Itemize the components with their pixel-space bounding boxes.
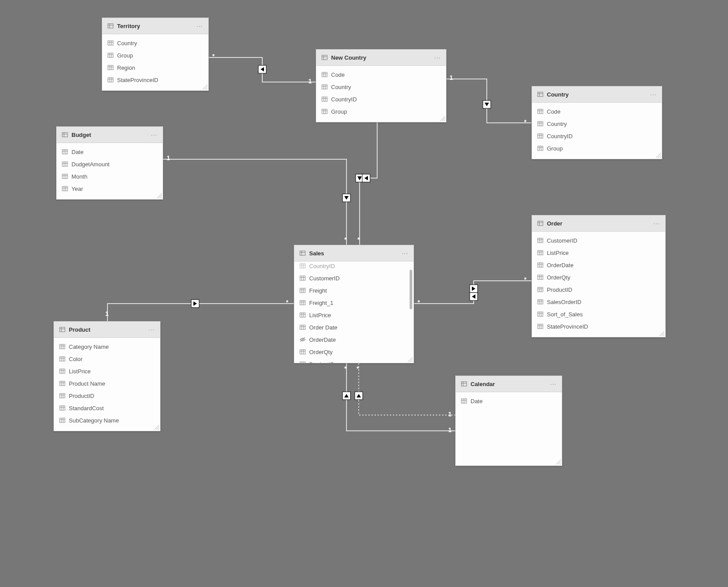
field-row[interactable]: Group: [102, 49, 208, 61]
field-row[interactable]: Date: [456, 395, 562, 407]
column-icon: [537, 237, 543, 243]
table-header[interactable]: Country ···: [532, 86, 662, 103]
field-row[interactable]: Group: [316, 105, 446, 118]
table-header[interactable]: New Country ···: [316, 50, 446, 66]
scrollbar[interactable]: [410, 270, 412, 309]
table-order[interactable]: Order ··· CustomerIDListPriceOrderDateOr…: [532, 215, 666, 337]
svg-rect-192: [461, 399, 467, 403]
field-row[interactable]: DudgetAmount: [57, 158, 163, 170]
field-row[interactable]: Code: [316, 68, 446, 81]
field-row[interactable]: OrderDate: [532, 259, 665, 271]
field-row[interactable]: Order Date: [294, 321, 414, 333]
table-header[interactable]: Budget ···: [57, 127, 163, 143]
hidden-icon: [300, 336, 306, 343]
more-icon[interactable]: ···: [401, 250, 409, 257]
field-row[interactable]: Product Name: [54, 377, 160, 390]
field-row[interactable]: CustomerID: [532, 234, 665, 247]
resize-grip-icon[interactable]: [555, 458, 561, 465]
table-header[interactable]: Order ···: [532, 215, 665, 232]
cardinality-many: *: [418, 299, 420, 306]
field-row[interactable]: ProductID: [54, 390, 160, 402]
table-calendar[interactable]: Calendar ··· Date: [455, 376, 562, 466]
field-row[interactable]: OrderQty: [532, 271, 665, 283]
field-row[interactable]: Country: [102, 37, 208, 49]
field-row[interactable]: CustomerID: [294, 272, 414, 284]
more-icon[interactable]: ···: [150, 131, 158, 138]
field-row[interactable]: StandardCost: [54, 402, 160, 414]
field-row[interactable]: Freight: [294, 284, 414, 297]
field-row[interactable]: ListPrice: [54, 365, 160, 377]
more-icon[interactable]: ···: [653, 220, 661, 227]
model-canvas[interactable]: * 1 1 * 1 * 1 * 1 * * * * * 1 1 Territor…: [0, 0, 728, 587]
svg-rect-70: [538, 109, 543, 114]
svg-rect-177: [60, 394, 65, 398]
resize-grip-icon[interactable]: [156, 192, 162, 198]
more-icon[interactable]: ···: [649, 91, 657, 98]
table-icon: [59, 326, 65, 333]
svg-rect-93: [300, 276, 305, 280]
more-icon[interactable]: ···: [549, 380, 557, 387]
table-title: Order: [547, 220, 653, 227]
table-header[interactable]: Product ···: [54, 322, 160, 338]
field-row[interactable]: Month: [57, 170, 163, 183]
svg-rect-32: [62, 150, 68, 154]
table-budget[interactable]: Budget ··· DateDudgetAmountMonthYear: [56, 126, 163, 200]
field-row[interactable]: StateProvinceID: [532, 320, 665, 333]
table-territory[interactable]: Territory ··· CountryGroupRegionStatePro…: [102, 18, 209, 91]
field-row[interactable]: Year: [57, 183, 163, 195]
column-icon: [300, 287, 306, 294]
svg-rect-44: [62, 186, 68, 191]
svg-rect-51: [322, 72, 327, 77]
field-label: OrderQty: [547, 274, 570, 281]
field-label: Product Name: [69, 380, 105, 387]
field-row[interactable]: OrderQty: [294, 346, 414, 358]
table-header[interactable]: Territory ···: [102, 18, 208, 34]
more-icon[interactable]: ···: [196, 22, 204, 29]
field-row[interactable]: ListPrice: [294, 309, 414, 321]
field-label: StateProvinceID: [547, 323, 588, 330]
table-header[interactable]: Calendar ···: [456, 376, 562, 392]
resize-grip-icon[interactable]: [655, 152, 661, 158]
svg-rect-119: [300, 362, 305, 363]
field-row[interactable]: SubCategory Name: [54, 414, 160, 426]
field-row[interactable]: Group: [532, 142, 662, 154]
resize-grip-icon[interactable]: [658, 330, 664, 336]
field-row[interactable]: Region: [102, 61, 208, 74]
field-row[interactable]: Sort_of_Sales: [532, 308, 665, 320]
field-row[interactable]: Country: [532, 118, 662, 130]
svg-rect-36: [62, 162, 68, 166]
table-title: Territory: [117, 23, 196, 29]
table-new-country[interactable]: New Country ··· CodeCountryCountryIDGrou…: [316, 49, 446, 122]
field-row[interactable]: CountryID: [532, 130, 662, 142]
field-row[interactable]: Country: [316, 81, 446, 93]
field-row[interactable]: ListPrice: [532, 247, 665, 259]
field-row[interactable]: CountryID: [316, 93, 446, 105]
column-icon: [461, 398, 467, 404]
table-country[interactable]: Country ··· CodeCountryCountryIDGroup: [532, 86, 662, 159]
field-row[interactable]: OrderDate: [294, 333, 414, 346]
more-icon[interactable]: ···: [147, 326, 156, 333]
table-product[interactable]: Product ··· Category NameColorListPriceP…: [54, 321, 161, 431]
column-icon: [300, 275, 306, 281]
resize-grip-icon[interactable]: [201, 83, 207, 89]
field-label: Country: [117, 40, 137, 47]
field-row[interactable]: Freight_1: [294, 297, 414, 309]
resize-grip-icon[interactable]: [407, 356, 413, 362]
field-row[interactable]: ProductID: [532, 283, 665, 296]
field-label: ListPrice: [69, 368, 91, 375]
field-row[interactable]: Date: [57, 146, 163, 158]
svg-rect-126: [538, 238, 543, 243]
field-row[interactable]: CountryID: [294, 260, 414, 272]
more-icon[interactable]: ···: [433, 54, 442, 61]
column-icon: [537, 262, 543, 268]
resize-grip-icon[interactable]: [439, 115, 445, 121]
field-row[interactable]: Code: [532, 105, 662, 118]
field-row[interactable]: Category Name: [54, 340, 160, 353]
field-row[interactable]: ProductID: [294, 358, 414, 363]
resize-grip-icon[interactable]: [153, 424, 159, 430]
field-row[interactable]: SalesOrderID: [532, 296, 665, 308]
field-row[interactable]: Color: [54, 353, 160, 365]
field-row[interactable]: StateProvinceID: [102, 74, 208, 86]
field-list[interactable]: CountryIDCustomerIDFreightFreight_1ListP…: [294, 257, 414, 363]
table-sales[interactable]: Sales ··· CountryIDCustomerIDFreightFrei…: [294, 245, 414, 363]
